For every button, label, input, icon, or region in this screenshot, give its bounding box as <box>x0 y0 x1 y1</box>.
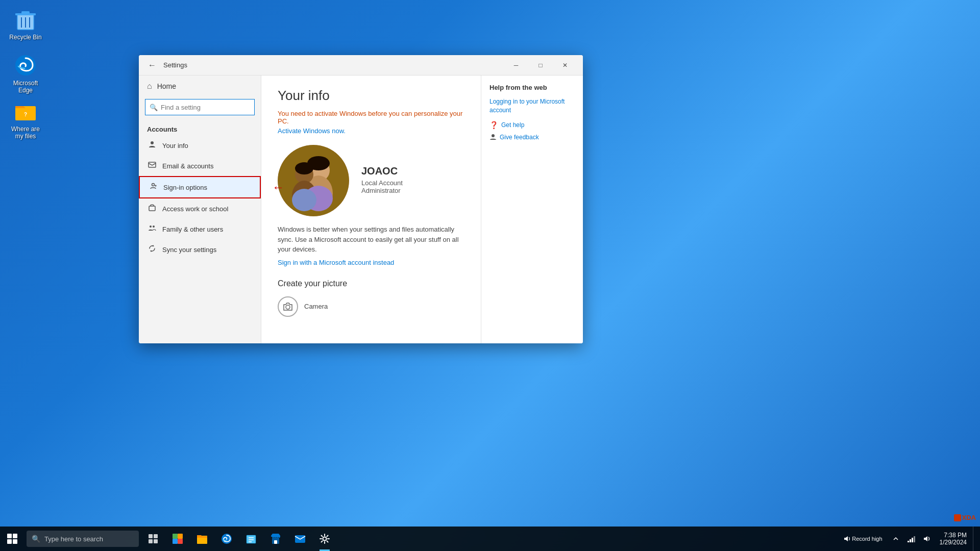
where-files-label: Where are my files <box>7 126 44 140</box>
sidebar-item-email[interactable]: Email & accounts <box>139 156 261 176</box>
network-icon[interactable] <box>904 532 918 546</box>
home-icon: ⌂ <box>147 82 152 91</box>
desktop: Recycle Bin Microsoft Edge ? Where are m… <box>0 0 980 551</box>
maximize-button[interactable]: □ <box>529 57 552 73</box>
svg-rect-35 <box>178 539 183 544</box>
activate-windows-link[interactable]: Activate Windows now. <box>278 127 464 135</box>
your-info-icon <box>147 140 157 151</box>
titlebar: ← Settings ─ □ ✕ <box>139 55 583 76</box>
home-label: Home <box>157 82 176 90</box>
window-controls: ─ □ ✕ <box>504 57 577 73</box>
volume-tray-icon[interactable] <box>919 532 934 546</box>
edge-desktop-icon[interactable]: Microsoft Edge <box>5 51 46 96</box>
sign-in-label: Sign-in options <box>163 184 207 191</box>
user-name: JOAOC <box>361 165 403 177</box>
user-type: Local Account <box>361 179 403 187</box>
svg-rect-48 <box>912 538 913 542</box>
ms-account-link[interactable]: Sign in with a Microsoft account instead <box>278 259 394 266</box>
svg-rect-34 <box>173 539 178 544</box>
where-files-icon[interactable]: ? Where are my files <box>5 97 46 142</box>
email-icon <box>147 161 157 171</box>
camera-option[interactable]: Camera <box>278 294 464 319</box>
accounts-section-title: Accounts <box>139 121 261 135</box>
help-title: Help from the web <box>489 84 575 91</box>
taskbar-file-explorer[interactable] <box>190 527 214 551</box>
taskbar-store[interactable] <box>263 527 288 551</box>
recycle-bin-label: Recycle Bin <box>9 34 41 41</box>
minimize-button[interactable]: ─ <box>504 57 528 73</box>
sidebar-item-your-info[interactable]: Your info <box>139 135 261 156</box>
search-input[interactable] <box>161 104 250 111</box>
taskbar-file-manager[interactable] <box>239 527 263 551</box>
taskbar-edge[interactable] <box>214 527 239 551</box>
get-help-item[interactable]: ❓ Get help <box>489 121 575 130</box>
record-high-label: Record high <box>852 536 882 542</box>
window-title: Settings <box>163 61 504 69</box>
taskbar: 🔍 Type here to search <box>0 527 980 551</box>
sidebar-item-family[interactable]: Family & other users <box>139 219 261 239</box>
taskbar-apps <box>165 527 839 551</box>
recycle-bin-icon[interactable]: Recycle Bin <box>5 5 46 43</box>
email-label: Email & accounts <box>162 162 213 170</box>
svg-point-25 <box>292 189 316 211</box>
sync-icon <box>147 244 157 255</box>
taskbar-mail[interactable] <box>288 527 312 551</box>
svg-rect-29 <box>154 534 158 538</box>
give-feedback-item[interactable]: Give feedback <box>489 133 575 142</box>
back-button[interactable]: ← <box>145 58 159 72</box>
clock-time: 7:38 PM <box>944 532 967 539</box>
svg-point-11 <box>152 184 155 186</box>
sidebar-item-access-work[interactable]: Access work or school <box>139 198 261 219</box>
svg-point-26 <box>286 305 290 309</box>
svg-rect-10 <box>149 162 156 167</box>
window-body: ⌂ Home 🔍 Accounts Your info <box>139 76 583 343</box>
camera-icon <box>278 296 298 317</box>
main-content: Your info You need to activate Windows b… <box>261 76 481 343</box>
sign-in-icon <box>148 182 158 192</box>
sidebar-item-sign-in[interactable]: Sign-in options ← <box>139 176 261 198</box>
svg-point-14 <box>153 226 155 228</box>
taskbar-clock[interactable]: 7:38 PM 1/29/2024 <box>936 532 971 546</box>
get-help-link[interactable]: Get help <box>501 121 524 130</box>
sync-description: Windows is better when your settings and… <box>278 224 464 255</box>
svg-rect-43 <box>274 540 277 544</box>
taskbar-app-colorful[interactable] <box>165 527 190 551</box>
sidebar-item-sync[interactable]: Sync your settings <box>139 239 261 260</box>
logging-in-link[interactable]: Logging in to your Microsoft account <box>489 97 575 115</box>
windows-logo <box>7 534 17 544</box>
help-panel: Help from the web Logging in to your Mic… <box>481 76 583 343</box>
task-view-button[interactable] <box>141 527 165 551</box>
svg-rect-47 <box>910 539 911 542</box>
svg-text:?: ? <box>24 112 27 117</box>
sidebar-home[interactable]: ⌂ Home <box>139 76 261 97</box>
tray-icons <box>889 532 934 546</box>
show-desktop-button[interactable] <box>973 527 976 551</box>
volume-icon <box>843 535 850 542</box>
user-section: JOAOC Local Account Administrator <box>278 145 464 216</box>
give-feedback-link[interactable]: Give feedback <box>500 133 539 142</box>
close-button[interactable]: ✕ <box>553 57 577 73</box>
user-info: JOAOC Local Account Administrator <box>361 145 403 194</box>
taskbar-search[interactable]: 🔍 Type here to search <box>27 531 139 547</box>
svg-rect-12 <box>149 206 155 211</box>
svg-point-45 <box>323 537 327 541</box>
sidebar-search-box[interactable]: 🔍 <box>145 99 255 115</box>
show-hidden-icons-button[interactable] <box>889 532 903 546</box>
svg-rect-33 <box>178 534 183 539</box>
your-info-label: Your info <box>162 142 188 149</box>
svg-rect-49 <box>914 536 915 542</box>
give-feedback-icon <box>489 133 497 142</box>
svg-rect-32 <box>173 534 178 539</box>
camera-label: Camera <box>304 303 328 310</box>
taskbar-settings[interactable] <box>312 527 337 551</box>
svg-point-13 <box>150 226 152 228</box>
user-role: Administrator <box>361 187 403 194</box>
edge-label: Microsoft Edge <box>7 80 44 94</box>
access-work-label: Access work or school <box>162 205 228 213</box>
svg-point-27 <box>492 134 495 137</box>
start-button[interactable] <box>0 527 24 551</box>
create-picture-title: Create your picture <box>278 279 464 288</box>
svg-rect-31 <box>154 539 158 543</box>
taskbar-search-text: Type here to search <box>44 535 103 543</box>
record-high-area[interactable]: Record high <box>843 535 882 542</box>
